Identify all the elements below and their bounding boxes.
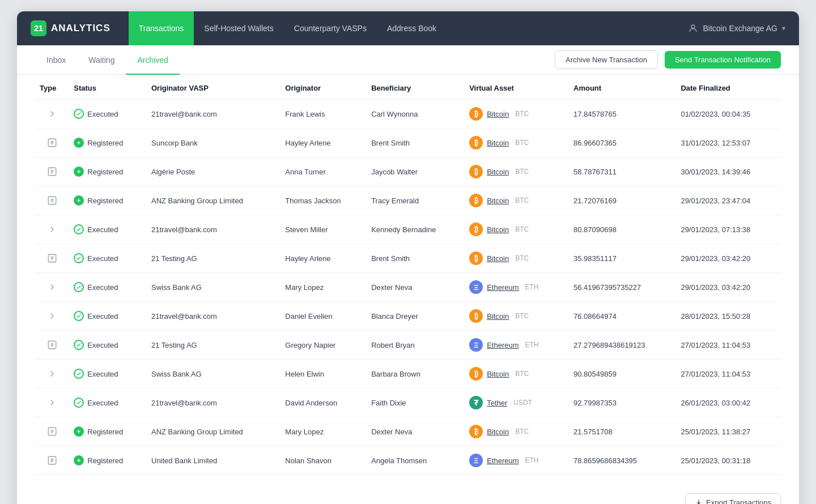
asset-name-link[interactable]: Ethereum [487, 283, 518, 292]
logo-badge: 21 [31, 20, 46, 36]
cell-originator-vasp: 21travel@bank.com [147, 100, 280, 129]
cell-amount: 27.279689438619123 [569, 331, 676, 360]
cell-virtual-asset: ₿ Bitcoin BTC [465, 360, 569, 388]
asset-icon-btc: ₿ [469, 425, 483, 438]
table-row[interactable]: Executed21travel@bank.comDavid AndersonF… [35, 388, 781, 417]
cell-originator-vasp: United Bank Limited [147, 446, 280, 475]
footer-row: Export Transactions [17, 486, 799, 504]
nav-item-counterparty-vasps[interactable]: Counterparty VASPs [284, 11, 377, 45]
asset-ticker: ETH [525, 341, 539, 349]
cell-virtual-asset: Ξ Ethereum ETH [465, 273, 569, 302]
asset-icon-btc: ₿ [469, 309, 483, 323]
cell-virtual-asset: ₿ Bitcoin BTC [465, 186, 569, 215]
cell-originator: Gregory Napier [280, 331, 367, 360]
asset-name-link[interactable]: Bitcoin [487, 139, 509, 147]
tab-inbox[interactable]: Inbox [35, 45, 77, 75]
cell-date-finalized: 29/01/2023, 03:42:20 [676, 244, 781, 273]
asset-name-link[interactable]: Tether [487, 399, 507, 407]
col-beneficiary: Beneficiary [367, 75, 465, 100]
nav-items: Transactions Self-Hosted Wallets Counter… [129, 11, 688, 45]
cell-originator: Frank Lewis [280, 100, 367, 129]
table-row[interactable]: RegisteredAlgérie PosteAnna TurnerJaycob… [35, 157, 781, 186]
cell-virtual-asset: Ξ Ethereum ETH [465, 446, 569, 475]
table-row[interactable]: RegisteredSuncorp BankHayley ArleneBrent… [35, 129, 781, 157]
col-type: Type [35, 75, 69, 100]
col-status: Status [69, 75, 147, 100]
status-label: Registered [87, 428, 123, 436]
receive-icon [40, 455, 65, 465]
cell-date-finalized: 01/02/2023, 00:04:35 [676, 100, 781, 129]
cell-originator: Helen Elwin [280, 360, 367, 388]
tabs-left: Inbox Waiting Archived [35, 45, 180, 74]
asset-icon-usdt: ₮ [469, 396, 483, 409]
asset-name-link[interactable]: Bitcoin [487, 168, 509, 176]
asset-icon-btc: ₿ [469, 194, 483, 207]
tabs-right: Archive New Transaction Send Transaction… [555, 50, 781, 69]
navbar: 21 ANALYTICS Transactions Self-Hosted Wa… [17, 11, 799, 45]
table-row[interactable]: Executed21travel@bank.comSteven MillerKe… [35, 215, 781, 244]
asset-name-link[interactable]: Bitcoin [487, 197, 509, 205]
asset-name-link[interactable]: Ethereum [487, 341, 518, 349]
export-label: Export Transactions [706, 498, 771, 504]
table-row[interactable]: RegisteredANZ Banking Group LimitedThoma… [35, 186, 781, 215]
asset-name-link[interactable]: Bitcoin [487, 225, 509, 234]
send-transaction-notification-button[interactable]: Send Transaction Notification [665, 51, 781, 69]
asset-ticker: BTC [515, 168, 529, 176]
table-row[interactable]: RegisteredANZ Banking Group LimitedMary … [35, 417, 781, 446]
app-container: 21 ANALYTICS Transactions Self-Hosted Wa… [17, 11, 799, 504]
cell-type [35, 388, 69, 417]
cell-originator-vasp: ANZ Banking Group Limited [147, 186, 280, 215]
cell-virtual-asset: ₿ Bitcoin BTC [465, 244, 569, 273]
export-transactions-button[interactable]: Export Transactions [685, 493, 781, 504]
asset-name-link[interactable]: Ethereum [487, 456, 518, 465]
status-label: Executed [87, 399, 118, 407]
table-row[interactable]: ExecutedSwiss Bank AGHelen ElwinBarbara … [35, 360, 781, 388]
cell-date-finalized: 27/01/2023, 11:04:53 [676, 360, 781, 388]
table-row[interactable]: Executed21travel@bank.comDaniel EvelienB… [35, 302, 781, 331]
archive-new-transaction-button[interactable]: Archive New Transaction [555, 50, 658, 69]
asset-icon-btc: ₿ [469, 367, 483, 381]
cell-status: Registered [69, 186, 147, 215]
asset-name-link[interactable]: Bitcoin [487, 254, 509, 263]
asset-icon-btc: ₿ [469, 107, 483, 121]
asset-name-link[interactable]: Bitcoin [487, 110, 509, 118]
cell-originator-vasp: 21 Testing AG [147, 331, 280, 360]
cell-amount: 35.98351117 [569, 244, 676, 273]
nav-item-transactions[interactable]: Transactions [129, 11, 194, 45]
asset-name-link[interactable]: Bitcoin [487, 370, 509, 378]
asset-name-link[interactable]: Bitcoin [487, 428, 509, 436]
nav-item-self-hosted-wallets[interactable]: Self-Hosted Wallets [194, 11, 283, 45]
cell-status: Executed [69, 100, 147, 129]
col-virtual-asset: Virtual Asset [465, 75, 569, 100]
status-label: Registered [87, 139, 123, 147]
cell-type [35, 417, 69, 446]
cell-amount: 76.08664974 [569, 302, 676, 331]
tab-waiting[interactable]: Waiting [77, 45, 126, 75]
transactions-table: Type Status Originator VASP Originator B… [35, 75, 781, 475]
logo-area: 21 ANALYTICS [31, 20, 110, 36]
cell-type [35, 446, 69, 475]
cell-beneficiary: Kennedy Bernadine [367, 215, 465, 244]
tab-archived[interactable]: Archived [126, 45, 179, 75]
cell-originator: Thomas Jackson [280, 186, 367, 215]
status-dot-registered [74, 426, 84, 437]
table-row[interactable]: Executed21 Testing AGHayley ArleneBrent … [35, 244, 781, 273]
table-row[interactable]: ExecutedSwiss Bank AGMary LopezDexter Ne… [35, 273, 781, 302]
table-row[interactable]: Executed21 Testing AGGregory NapierRober… [35, 331, 781, 360]
table-row[interactable]: RegisteredUnited Bank LimitedNolan Shavo… [35, 446, 781, 475]
asset-icon-btc: ₿ [469, 223, 483, 236]
cell-originator: Mary Lopez [280, 417, 367, 446]
user-area[interactable]: Bitcoin Exchange AG ▾ [688, 23, 785, 33]
nav-item-address-book[interactable]: Address Book [377, 11, 447, 45]
asset-ticker: BTC [515, 312, 529, 320]
user-icon [688, 23, 698, 33]
user-label: Bitcoin Exchange AG [703, 24, 777, 33]
asset-name-link[interactable]: Bitcoin [487, 312, 509, 321]
table-row[interactable]: Executed21travel@bank.comFrank LewisCarl… [35, 100, 781, 129]
table-body: Executed21travel@bank.comFrank LewisCarl… [35, 100, 781, 475]
asset-ticker: BTC [515, 370, 529, 378]
receive-icon [40, 166, 65, 177]
download-icon [695, 499, 703, 505]
cell-type [35, 273, 69, 302]
cell-originator-vasp: 21travel@bank.com [147, 302, 280, 331]
